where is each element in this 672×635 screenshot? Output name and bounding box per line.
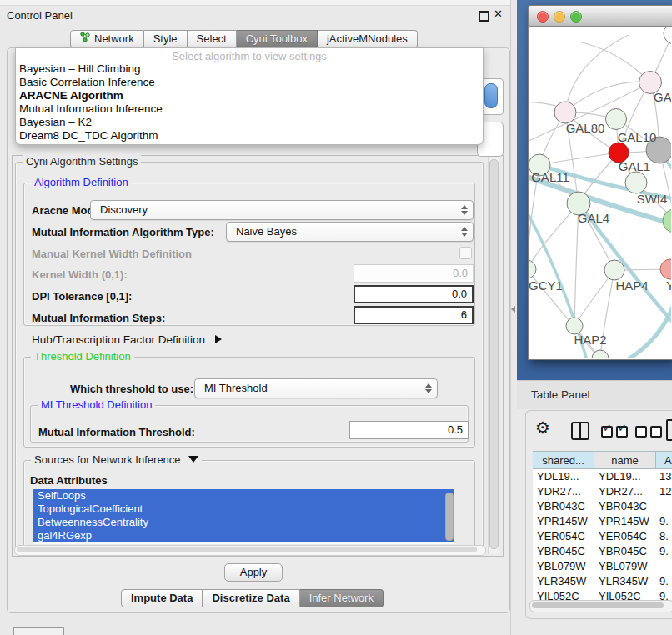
tab-style[interactable]: Style	[144, 30, 188, 48]
algorithm-option[interactable]: Basic Correlation Inference	[19, 76, 155, 88]
tab-network-label: Network	[94, 31, 134, 48]
network-window-titlebar[interactable]	[529, 6, 672, 27]
node-attribute-table[interactable]: shared... name A YDL19...YDL19...13 YDR2…	[533, 451, 672, 600]
which-threshold-combo[interactable]: MI Threshold	[194, 378, 438, 398]
table-hscrollbar-thumb[interactable]	[532, 602, 664, 608]
tab-infer-network[interactable]: Infer Network	[300, 589, 384, 608]
table-row[interactable]: YIL052CYIL052C9.	[533, 589, 672, 600]
dpi-tolerance-field[interactable]: 0.0	[354, 285, 474, 303]
node-label: GCY1	[529, 278, 563, 292]
node-salmon	[660, 259, 671, 279]
algorithm-definition-legend: Algorithm Definition	[31, 176, 132, 188]
column-header-name[interactable]: name	[594, 451, 656, 469]
divider-collapse-arrow-icon[interactable]	[511, 306, 515, 312]
algorithm-option[interactable]: Bayesian – K2	[19, 116, 92, 128]
table-row[interactable]: YLR345WYLR345W9.	[533, 574, 672, 589]
window-zoom-button[interactable]	[570, 11, 582, 22]
algorithm-placeholder: Select algorithm to view settings	[16, 50, 483, 62]
list-item[interactable]: TopologicalCoefficient	[33, 502, 454, 516]
mi-type-combo[interactable]: Naive Bayes	[226, 222, 474, 242]
algorithm-option-selected[interactable]: ARACNE Algorithm	[19, 89, 123, 102]
app-root: { "control_panel": { "title": "Control P…	[0, 0, 672, 635]
table-panel-title: Table Panel	[531, 388, 590, 401]
tab-discretize-data[interactable]: Discretize Data	[203, 589, 299, 608]
algorithm-option[interactable]: Dream8 DC_TDC Algorithm	[19, 129, 158, 142]
apply-button[interactable]: Apply	[224, 563, 283, 582]
select-all-rows-icon[interactable]	[601, 426, 628, 441]
stepper-arrows-icon	[460, 205, 467, 215]
tab-network[interactable]: Network	[70, 30, 144, 48]
tab-select[interactable]: Select	[188, 30, 237, 48]
mi-steps-label: Mutual Information Steps:	[32, 312, 165, 324]
mi-threshold-legend: MI Threshold Definition	[38, 398, 155, 411]
which-threshold-label: Which threshold to use:	[70, 382, 193, 395]
algorithm-option[interactable]: Bayesian – Hill Climbing	[19, 62, 141, 75]
data-attributes-label: Data Attributes	[30, 474, 108, 487]
network-window[interactable]: GAL GAL80 GAL10 GAL1 GAL11 SWI4 GAL4 GCY…	[528, 5, 672, 360]
manual-kernel-checkbox[interactable]	[459, 247, 472, 259]
table-settings-gear-icon[interactable]: ⚙	[535, 419, 550, 436]
collapse-down-arrow-icon	[188, 456, 198, 462]
control-panel: Control Panel ✕ Network Style Select Cyn…	[0, 0, 510, 635]
tab-cyni-toolbox[interactable]: Cyni Toolbox	[237, 30, 318, 48]
table-row[interactable]: YPR145WYPR145W9.	[533, 514, 672, 529]
window-close-button[interactable]	[537, 11, 549, 22]
column-header-shared-name[interactable]: shared...	[533, 451, 594, 469]
table-row[interactable]: YDL19...YDL19...13	[533, 469, 672, 484]
node-unlabeled-top	[664, 27, 671, 44]
mi-steps-field[interactable]: 6	[354, 306, 474, 324]
top-left-tick	[3, 0, 3, 5]
kernel-width-label: Kernel Width (0,1):	[32, 268, 128, 281]
network-canvas[interactable]: GAL GAL80 GAL10 GAL1 GAL11 SWI4 GAL4 GCY…	[529, 27, 671, 358]
list-item[interactable]: gal4RGexp	[33, 529, 454, 542]
export-table-icon[interactable]	[666, 419, 672, 441]
node-label: GAL	[654, 90, 671, 104]
table-hscrollbar[interactable]	[529, 600, 672, 612]
network-icon	[80, 31, 90, 48]
stepper-arrows-icon	[460, 227, 467, 237]
table-panel-header: Table Panel	[517, 380, 672, 409]
table-row[interactable]: YBL079WYBL079W	[533, 559, 672, 574]
table-panel-box: ⚙ shared... name A YDL19...YDL19...13 YD…	[525, 410, 672, 619]
sources-legend[interactable]: Sources for Network Inference	[31, 453, 202, 466]
kernel-width-field[interactable]: 0.0	[354, 264, 474, 282]
partial-bottom-button[interactable]	[13, 627, 64, 635]
attributes-vscrollbar-thumb[interactable]	[445, 492, 454, 541]
table-row[interactable]: YDR27...YDR27...12	[533, 484, 672, 499]
table-row[interactable]: YBR043CYBR043C	[533, 499, 672, 514]
aracne-mode-combo[interactable]: Discovery	[90, 200, 474, 220]
dpi-tolerance-label: DPI Tolerance [0,1]:	[32, 290, 132, 302]
bottom-tabbar: Impute Data Discretize Data Infer Networ…	[121, 589, 384, 608]
node-gcy1	[529, 260, 536, 278]
float-panel-button[interactable]	[479, 11, 489, 22]
close-panel-button[interactable]: ✕	[494, 8, 503, 20]
settings-vscrollbar-thumb[interactable]	[489, 159, 499, 549]
top-band	[0, 0, 510, 6]
mi-type-label: Mutual Information Algorithm Type:	[32, 226, 214, 238]
algorithm-option[interactable]: Mutual Information Inference	[19, 102, 163, 115]
node-label: GAL11	[531, 170, 569, 184]
node-swi4	[625, 172, 647, 193]
list-item[interactable]: BetweennessCentrality	[33, 516, 454, 529]
table-row[interactable]: YBR045CYBR045C9.	[533, 544, 672, 559]
table-row[interactable]: YER054CYER054C8.	[533, 529, 672, 544]
hub-section-toggle[interactable]: Hub/Transcription Factor Definition	[32, 333, 222, 346]
node-label: Y	[666, 278, 671, 292]
list-item[interactable]: SelfLoops	[33, 489, 454, 502]
column-header-partial[interactable]: A	[656, 451, 672, 469]
column-split-icon[interactable]	[571, 422, 589, 440]
mi-threshold-label: Mutual Information Threshold:	[38, 426, 195, 438]
settings-hscrollbar-thumb[interactable]	[17, 547, 477, 552]
deselect-all-rows-icon[interactable]	[635, 426, 662, 441]
cyni-algorithm-settings-legend: Cyni Algorithm Settings	[23, 155, 141, 168]
tab-impute-data[interactable]: Impute Data	[121, 589, 203, 608]
node-label: HAP4	[615, 278, 648, 292]
node-label: GAL80	[566, 121, 605, 135]
algorithm-select-popup: Select algorithm to view settings Bayesi…	[15, 48, 484, 145]
data-attributes-list[interactable]: SelfLoops TopologicalCoefficient Between…	[33, 489, 454, 544]
control-panel-tabbar: Network Style Select Cyni Toolbox jActiv…	[70, 30, 418, 48]
table-header-row: shared... name A	[533, 451, 672, 469]
tab-jactivemnodules[interactable]: jActiveMNodules	[318, 30, 418, 48]
mi-threshold-field[interactable]: 0.5	[349, 421, 469, 439]
window-minimize-button[interactable]	[554, 11, 565, 22]
